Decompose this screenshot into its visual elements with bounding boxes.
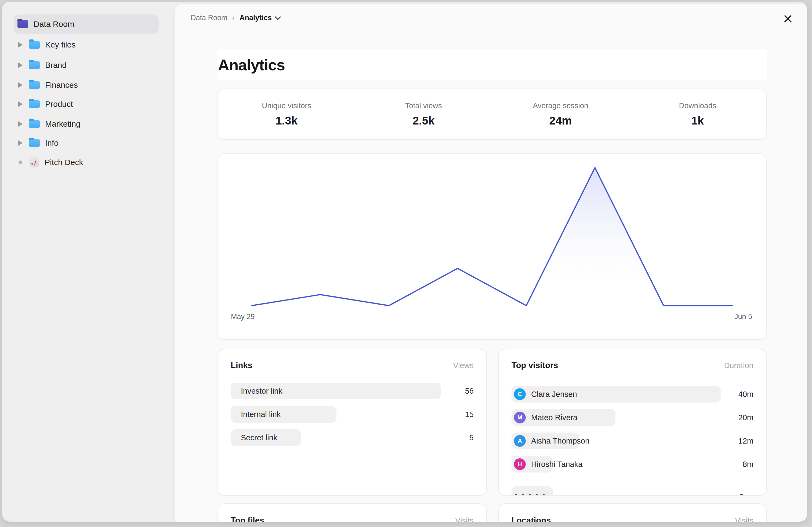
visitor-row-mateo-rivera[interactable]: M Mateo Rivera 20m — [511, 409, 753, 426]
files-card-header: Top files Visits — [231, 516, 474, 522]
links-rows: Investor link 56 Internal link 15 Secret… — [231, 383, 474, 446]
files-card-title: Top files — [231, 516, 264, 522]
stat-value: 24m — [549, 114, 572, 127]
link-bar[interactable]: Investor link — [231, 383, 441, 399]
close-button[interactable]: × — [780, 11, 795, 26]
breadcrumb-separator: › — [232, 13, 235, 22]
folder-icon — [17, 20, 28, 28]
stat-label: Total views — [405, 102, 442, 110]
visitor-duration: 8m — [743, 456, 753, 472]
chevron-down-icon — [275, 14, 281, 20]
duration-column-header: Duration — [724, 361, 753, 370]
link-row-investor[interactable]: Investor link 56 — [231, 383, 474, 399]
visitor-duration: 40m — [738, 386, 753, 403]
folder-icon — [29, 100, 40, 108]
sidebar-item-label: Key files — [45, 40, 75, 49]
folder-icon — [29, 139, 40, 147]
visitor-bar[interactable]: A Aisha Thompson — [511, 433, 579, 449]
visitor-name: Mateo Rivera — [531, 413, 577, 422]
visitors-card-title: Top visitors — [511, 361, 558, 370]
visitor-row-hiroshi-tanaka[interactable]: H Hiroshi Tanaka 8m — [511, 456, 753, 472]
sidebar-item-label: Finances — [45, 80, 78, 90]
link-label: Investor link — [241, 387, 282, 395]
link-views-value: 5 — [469, 429, 474, 446]
disclosure-triangle-icon[interactable] — [18, 140, 23, 146]
views-chart[interactable] — [218, 154, 766, 339]
avatar: M — [514, 412, 526, 423]
sidebar-item-brand[interactable]: Brand — [18, 56, 67, 74]
visitor-bar[interactable]: H Hiroshi Tanaka — [511, 456, 553, 472]
sidebar: Data Room Key files Brand Finances Produ… — [2, 2, 175, 522]
breadcrumb-parent[interactable]: Data Room — [191, 14, 228, 22]
folder-icon — [29, 120, 40, 128]
locations-card: Locations Visits — [498, 503, 767, 522]
visitor-name: Clara Jensen — [531, 390, 577, 399]
breadcrumb-current[interactable]: Analytics — [240, 14, 279, 22]
stat-unique-visitors: Unique visitors 1.3k — [218, 102, 355, 127]
sidebar-item-key-files[interactable]: Key files — [18, 36, 75, 54]
links-card-header: Links Views — [231, 361, 474, 370]
breadcrumb-current-label: Analytics — [240, 14, 272, 22]
links-card: Links Views Investor link 56 Internal li… — [218, 349, 487, 496]
stat-downloads: Downloads 1k — [629, 102, 766, 127]
clipped-value-fragment — [740, 494, 743, 495]
links-card-title: Links — [231, 361, 252, 370]
visitor-duration: 12m — [738, 433, 753, 449]
folder-icon — [29, 41, 40, 49]
disclosure-triangle-icon[interactable] — [18, 42, 23, 47]
visitor-name: Aisha Thompson — [531, 437, 590, 446]
visitor-row-aisha-thompson[interactable]: A Aisha Thompson 12m — [511, 433, 753, 449]
sidebar-item-label: Product — [45, 100, 73, 109]
sidebar-item-label: Data Room — [33, 19, 74, 29]
folder-icon — [29, 61, 40, 69]
link-row-internal[interactable]: Internal link 15 — [231, 406, 474, 423]
sidebar-item-label: Brand — [45, 61, 67, 70]
link-bar[interactable]: Internal link — [231, 406, 336, 423]
link-bar[interactable]: Secret link — [231, 429, 301, 446]
sidebar-item-marketing[interactable]: Marketing — [18, 115, 81, 133]
folder-icon — [29, 81, 40, 89]
visitor-bar[interactable]: M Mateo Rivera — [511, 409, 615, 426]
sidebar-item-label: Info — [45, 138, 59, 148]
disclosure-triangle-icon[interactable] — [18, 62, 23, 68]
x-axis-label-end: Jun 5 — [735, 313, 752, 321]
analytics-panel: Data Room › Analytics × Analytics Unique… — [175, 4, 807, 522]
bullet-dot-icon — [18, 161, 23, 164]
avatar: A — [514, 435, 526, 447]
link-views-value: 15 — [465, 406, 474, 423]
sidebar-item-finances[interactable]: Finances — [18, 76, 78, 94]
visitor-bar[interactable]: C Clara Jensen — [511, 386, 721, 403]
visitor-row-clipped[interactable] — [511, 486, 755, 496]
page-title: Analytics — [218, 56, 285, 74]
disclosure-triangle-icon[interactable] — [18, 82, 23, 88]
breadcrumb: Data Room › Analytics — [191, 13, 279, 22]
sidebar-item-data-room[interactable]: Data Room — [14, 15, 159, 34]
stat-total-views: Total views 2.5k — [355, 102, 492, 127]
visits-column-header: Visits — [735, 516, 753, 522]
views-column-header: Views — [453, 361, 474, 370]
link-label: Secret link — [241, 433, 277, 442]
stats-card: Unique visitors 1.3k Total views 2.5k Av… — [218, 89, 767, 140]
sidebar-item-info[interactable]: Info — [18, 134, 59, 152]
sidebar-item-product[interactable]: Product — [18, 95, 73, 113]
chart-area-fill — [251, 168, 732, 306]
sidebar-item-label: Pitch Deck — [45, 158, 83, 167]
top-visitors-card: Top visitors Duration C Clara Jensen 40m… — [498, 349, 767, 496]
sidebar-item-label: Marketing — [45, 119, 81, 129]
visitor-row-clara-jensen[interactable]: C Clara Jensen 40m — [511, 386, 753, 403]
sidebar-item-pitch-deck[interactable]: Pitch Deck — [18, 153, 83, 171]
page-title-band: Analytics — [218, 49, 767, 80]
disclosure-triangle-icon[interactable] — [18, 121, 23, 127]
avatar: C — [514, 388, 526, 400]
stat-value: 2.5k — [413, 114, 435, 127]
link-label: Internal link — [241, 410, 280, 419]
stat-label: Downloads — [679, 102, 716, 110]
link-views-value: 56 — [465, 383, 474, 399]
avatar: H — [514, 458, 526, 470]
visitor-rows: C Clara Jensen 40m M Mateo Rivera 20m A — [511, 386, 753, 472]
stat-label: Average session — [533, 102, 588, 110]
link-row-secret[interactable]: Secret link 5 — [231, 429, 474, 446]
chart-line — [251, 168, 732, 306]
stat-value: 1k — [692, 114, 704, 127]
disclosure-triangle-icon[interactable] — [18, 102, 23, 107]
